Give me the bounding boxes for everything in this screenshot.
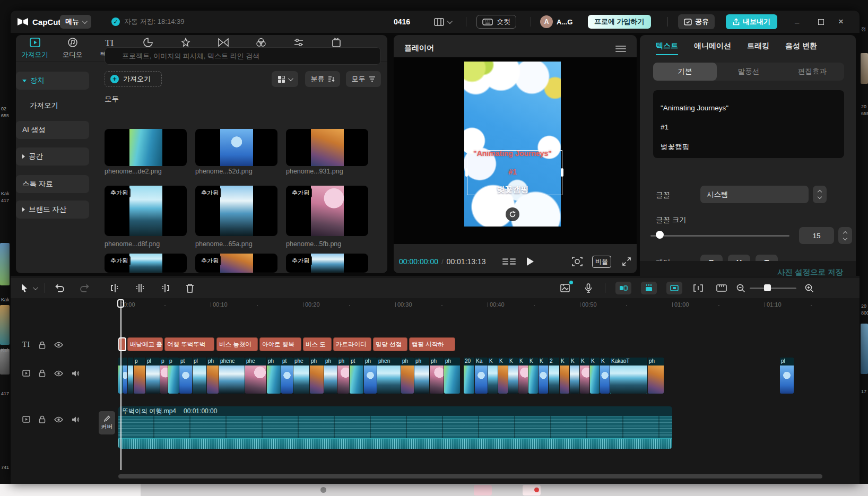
selection-corner-handle[interactable] <box>464 147 470 153</box>
record-voice-button[interactable] <box>585 282 592 294</box>
photo-clip[interactable]: ph <box>324 358 337 394</box>
photo-clip[interactable]: Ka <box>475 358 488 394</box>
font-size-slider-knob[interactable] <box>656 231 664 239</box>
photo-clip[interactable]: pt <box>350 358 363 394</box>
close-button[interactable]: × <box>838 11 854 33</box>
zoom-out-button[interactable] <box>736 282 745 294</box>
eye-icon[interactable] <box>54 342 63 348</box>
view-mode-button[interactable] <box>272 71 298 87</box>
photo-clip[interactable]: K <box>560 358 569 394</box>
fullscreen-button[interactable] <box>622 254 631 269</box>
text-clip-6[interactable]: 명당 선점 <box>373 337 407 351</box>
player-menu-icon[interactable] <box>615 46 626 53</box>
linked-selection-toggle[interactable] <box>666 282 682 294</box>
media-tile[interactable]: 추가됨 <box>195 254 277 273</box>
photo-clip[interactable]: p <box>160 358 168 394</box>
maximize-button[interactable] <box>818 11 824 33</box>
photo-clip[interactable]: ph <box>267 358 281 394</box>
media-tile[interactable] <box>105 129 187 166</box>
media-tile[interactable]: 추가됨 <box>286 254 368 273</box>
photo-clip[interactable]: p <box>168 358 179 394</box>
ribbon-tab-audio[interactable]: 오디오 <box>54 37 91 59</box>
sidebar-item-4[interactable]: 스톡 자료 <box>16 175 89 193</box>
sidebar-item-3[interactable]: 공간 <box>16 147 89 166</box>
photo-clip[interactable]: K <box>518 358 528 394</box>
inspector-tab-0[interactable]: 텍스트 <box>656 41 678 55</box>
photo-clip[interactable]: ph <box>310 358 324 394</box>
text-selection-box[interactable] <box>467 150 562 195</box>
photo-clip[interactable]: K <box>600 358 610 394</box>
photo-clip[interactable]: phenc <box>219 358 245 394</box>
minimize-button[interactable]: – <box>795 11 811 33</box>
photo-clip[interactable]: ph <box>401 358 414 394</box>
photo-clip[interactable]: ph <box>444 358 460 394</box>
inspector-subtab-1[interactable]: 말풍선 <box>717 63 780 81</box>
split-button[interactable] <box>135 282 145 294</box>
media-tile[interactable] <box>195 129 277 166</box>
inspector-tab-3[interactable]: 음성 변환 <box>785 41 817 55</box>
photo-clip[interactable]: phen <box>377 358 401 394</box>
ratio-button[interactable]: 비율 <box>592 254 611 269</box>
inspector-subtab-2[interactable]: 편집효과 <box>780 63 844 81</box>
sidebar-item-2[interactable]: AI 생성 <box>16 121 89 139</box>
lock-icon[interactable] <box>39 415 46 423</box>
eye-icon[interactable] <box>54 370 63 377</box>
join-pro-button[interactable]: 프로에 가입하기 <box>588 11 651 33</box>
split-right-button[interactable] <box>160 282 170 294</box>
text-content-editor[interactable]: "Animating Journeys" #1 벚꽃캠핑 <box>653 90 844 158</box>
auto-ripple-toggle[interactable] <box>641 282 657 294</box>
text-clip-0[interactable]: 배낭메고 출 <box>127 337 163 351</box>
photo-clip[interactable]: phe <box>293 358 309 394</box>
sidebar-item-5[interactable]: 브랜드 자산 <box>16 201 89 219</box>
ribbon-tab-import[interactable]: 가져오기 <box>16 37 54 59</box>
inspector-subtab-0[interactable]: 기본 <box>653 63 717 81</box>
select-tool-button[interactable] <box>20 282 29 294</box>
photo-clip[interactable]: pt <box>179 358 192 394</box>
preview-frame[interactable]: "Animating Journeys" #1 벚꽃캠핑 <box>464 62 561 227</box>
select-tool-chevron[interactable] <box>33 282 37 294</box>
photo-clip[interactable]: pt <box>281 358 293 394</box>
sidebar-item-1[interactable]: 가져오기 <box>16 97 89 115</box>
play-button[interactable] <box>527 254 534 269</box>
photo-clip[interactable]: ph <box>207 358 219 394</box>
media-tile[interactable]: 추가됨 <box>195 186 277 236</box>
lock-icon[interactable] <box>39 341 46 349</box>
inspector-tab-1[interactable]: 애니메이션 <box>694 41 731 55</box>
photo-clip[interactable]: ph <box>430 358 444 394</box>
photo-clip[interactable] <box>123 358 127 394</box>
frame-list-button[interactable] <box>502 254 516 269</box>
zoom-in-button[interactable] <box>805 282 814 294</box>
photo-clip[interactable]: pl <box>193 358 206 394</box>
text-clip-2[interactable]: 버스 놓쳤어 <box>216 337 258 351</box>
preview-axis-button[interactable] <box>693 282 704 294</box>
timeline-zoom-knob[interactable] <box>764 284 771 291</box>
speaker-icon[interactable] <box>72 416 80 423</box>
photo-clip[interactable]: 20 <box>464 358 474 394</box>
photo-clip[interactable]: ph <box>648 358 664 394</box>
text-clip-7[interactable]: 캠핑 시작하 <box>409 337 455 351</box>
lock-icon[interactable] <box>39 369 46 377</box>
photo-clip[interactable]: K <box>508 358 518 394</box>
selection-left-handle[interactable] <box>465 168 468 177</box>
account-chip[interactable]: A A...G <box>540 11 572 33</box>
text-clip-4[interactable]: 버스 도 <box>303 337 332 351</box>
photo-clip[interactable]: pl <box>780 358 794 394</box>
workspace-layout-button[interactable] <box>434 11 451 33</box>
focus-frame-button[interactable] <box>572 254 583 269</box>
delete-button[interactable] <box>186 282 194 294</box>
photo-clip[interactable]: K <box>528 358 538 394</box>
photo-clip[interactable] <box>128 358 133 394</box>
timeline-scrollbar[interactable] <box>118 474 822 478</box>
text-clip-5[interactable]: 카트라이더 <box>333 337 371 351</box>
speaker-icon[interactable] <box>72 370 80 377</box>
text-clip-1[interactable]: 여행 뚜벅뚜벅 <box>164 337 214 351</box>
photo-clip[interactable]: 2 <box>549 358 559 394</box>
cover-button[interactable]: 커버 <box>99 411 115 434</box>
font-size-stepper[interactable] <box>838 227 852 244</box>
text-clip-3[interactable]: 아야로 행복 <box>259 337 301 351</box>
photo-clip[interactable]: pl <box>146 358 160 394</box>
smart-edit-button[interactable] <box>560 282 572 294</box>
search-input[interactable] <box>105 47 381 65</box>
photo-clip[interactable]: K <box>498 358 508 394</box>
photo-clip[interactable]: ph <box>337 358 349 394</box>
